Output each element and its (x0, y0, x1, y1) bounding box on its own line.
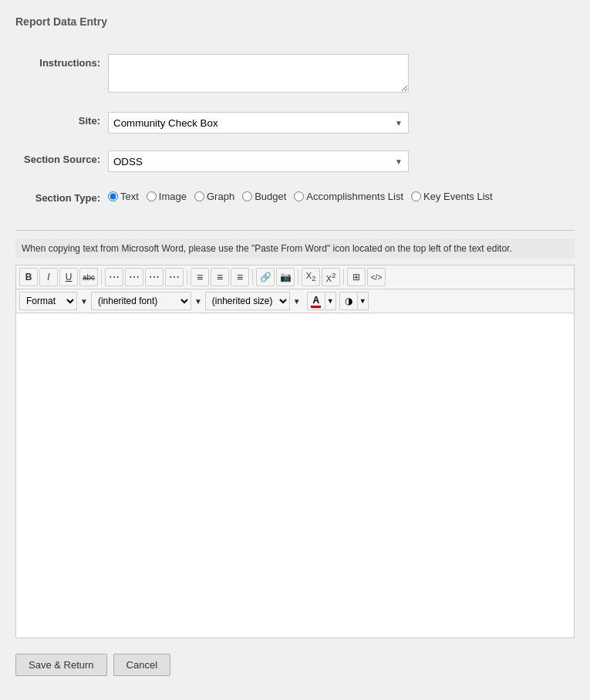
site-select[interactable]: Community Check Box Other Site (108, 112, 409, 134)
separator5 (343, 269, 344, 285)
section-type-accomplishments[interactable]: Accomplishments List (294, 191, 403, 202)
instructions-label: Instructions: (15, 54, 108, 69)
section-type-key-events[interactable]: Key Events List (411, 191, 493, 202)
link-button[interactable]: 🔗 (256, 268, 275, 286)
italic-button[interactable]: I (39, 268, 58, 286)
ordered-list-button[interactable]: ≡ (211, 268, 229, 286)
section-type-image[interactable]: Image (147, 191, 187, 202)
section-type-text[interactable]: Text (108, 191, 139, 202)
editor-body[interactable] (16, 313, 574, 637)
strikethrough-button[interactable]: abc (79, 268, 98, 286)
cancel-button[interactable]: Cancel (113, 654, 170, 676)
format-select[interactable]: Format Heading 1 Heading 2 Paragraph (19, 292, 77, 310)
section-source-label: Section Source: (15, 150, 108, 165)
font-color-arrow[interactable]: ▼ (325, 292, 336, 310)
divider (15, 230, 575, 231)
size-select[interactable]: (inherited size) 8pt 10pt 12pt (205, 292, 290, 310)
site-label: Site: (15, 112, 108, 127)
bottom-buttons: Save & Return Cancel (15, 654, 575, 676)
page-title: Report Data Entry (15, 15, 575, 28)
text-editor: B I U abc ⋯ ⋯ ⋯ ⋯ (15, 265, 575, 638)
align-left-button[interactable]: ⋯ (105, 268, 123, 286)
separator3 (252, 269, 253, 285)
indent-button[interactable]: ≡ (231, 268, 249, 286)
separator2 (187, 269, 187, 285)
underline-button[interactable]: U (59, 268, 78, 286)
align-center-button[interactable]: ⋯ (125, 268, 143, 286)
image-button[interactable]: 📷 (276, 268, 295, 286)
save-return-button[interactable]: Save & Return (15, 654, 107, 676)
subscript-button[interactable]: X2 (302, 268, 320, 286)
toolbar-row1: B I U abc ⋯ ⋯ ⋯ ⋯ (16, 265, 574, 289)
table-button[interactable]: ⊞ (347, 268, 366, 286)
font-color-group: A ▼ (307, 292, 336, 310)
separator4 (298, 269, 298, 285)
bold-button[interactable]: B (19, 268, 38, 286)
bg-color-arrow[interactable]: ▼ (358, 292, 369, 310)
section-source-select[interactable]: ODSS Other Source (108, 150, 409, 172)
code-button[interactable]: </> (367, 268, 386, 286)
font-color-button[interactable]: A (307, 292, 325, 310)
bg-color-button[interactable]: ◑ (339, 292, 358, 310)
section-type-options: Text Image Graph Budget Accomplishments … (108, 191, 575, 202)
separator1 (101, 269, 102, 285)
section-type-label: Section Type: (15, 189, 108, 204)
font-select[interactable]: (inherited font) Arial Times New Roman (91, 292, 191, 310)
instructions-input[interactable] (108, 54, 409, 93)
justify-button[interactable]: ⋯ (165, 268, 184, 286)
superscript-button[interactable]: X2 (322, 268, 340, 286)
section-type-graph[interactable]: Graph (194, 191, 234, 202)
bg-color-group: ◑ ▼ (339, 292, 369, 310)
align-right-button[interactable]: ⋯ (145, 268, 164, 286)
unordered-list-button[interactable]: ≡ (190, 268, 209, 286)
toolbar-row2: Format Heading 1 Heading 2 Paragraph ▼ (… (16, 289, 574, 313)
paste-notice: When copying text from Microsoft Word, p… (15, 238, 575, 259)
section-type-budget[interactable]: Budget (242, 191, 286, 202)
